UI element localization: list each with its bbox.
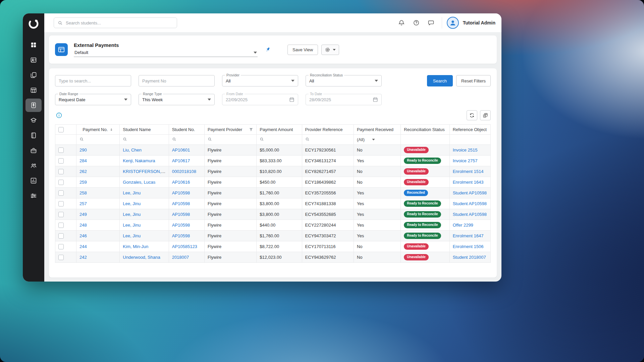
user-name[interactable]: Tutorial Admin <box>463 20 495 25</box>
col-header-amount[interactable]: Payment Amount <box>257 125 302 135</box>
row-checkbox[interactable] <box>58 233 64 239</box>
cell-link-student_name[interactable]: Lee, Jinu <box>123 233 141 238</box>
global-search[interactable] <box>54 17 177 28</box>
cell-link-ref_object[interactable]: Student AP10598 <box>453 201 487 206</box>
sidebar-item-tables[interactable] <box>25 83 42 97</box>
app-logo[interactable] <box>27 17 40 32</box>
cell-link-student_no[interactable]: AP10598 <box>172 223 190 228</box>
cell-link-ref_object[interactable]: Student AP10598 <box>453 190 487 195</box>
sidebar-item-chart[interactable] <box>25 174 42 187</box>
cell-link-payment_no[interactable]: 290 <box>79 147 87 153</box>
date-range-select[interactable]: Date Range Request Date <box>55 94 131 105</box>
filter-cell-payment_no[interactable] <box>76 135 120 145</box>
cell-link-student_name[interactable]: KRISTOFFERSON, Kris <box>123 169 169 174</box>
row-checkbox[interactable] <box>58 244 64 249</box>
chat-icon[interactable] <box>428 19 434 26</box>
cell-link-payment_no[interactable]: 246 <box>79 233 87 238</box>
cell-link-student_name[interactable]: Kenji, Nakamura <box>123 158 155 163</box>
payment-no-input[interactable] <box>139 75 215 86</box>
col-header-student_name[interactable]: Student Name <box>120 125 169 135</box>
to-date-field[interactable]: To Date 28/09/2025 <box>306 94 382 105</box>
filter-funnel-icon[interactable] <box>249 127 253 132</box>
cell-link-student_no[interactable]: AP10585123 <box>172 244 197 249</box>
cell-link-payment_no[interactable]: 284 <box>79 158 87 163</box>
sidebar-item-documents[interactable] <box>25 68 42 82</box>
sidebar-item-sliders[interactable] <box>25 189 42 202</box>
cell-link-student_no[interactable]: AP10601 <box>172 147 190 153</box>
row-checkbox[interactable] <box>58 201 64 206</box>
cell-link-student_no[interactable]: AP10598 <box>172 201 190 206</box>
reconciliation-status-select[interactable]: Reconciliation Status All <box>306 75 382 86</box>
cell-link-student_name[interactable]: Lee, Jinu <box>123 212 141 217</box>
filter-cell-provider_ref[interactable] <box>302 135 354 145</box>
row-checkbox[interactable] <box>58 223 64 228</box>
row-checkbox[interactable] <box>58 158 64 164</box>
refresh-button[interactable] <box>467 110 477 120</box>
filter-cell-amount[interactable] <box>257 135 302 145</box>
sidebar-item-book[interactable] <box>25 129 42 142</box>
cell-link-ref_object[interactable]: Student 2018007 <box>453 255 486 260</box>
cell-link-student_no[interactable]: AP10616 <box>172 180 190 185</box>
cell-link-ref_object[interactable]: Enrolment 1506 <box>453 244 484 249</box>
row-checkbox[interactable] <box>58 180 64 185</box>
search-button[interactable]: Search <box>427 75 453 86</box>
cell-link-student_no[interactable]: AP10617 <box>172 158 190 163</box>
col-header-payment_no[interactable]: Payment No. <box>76 125 120 135</box>
cell-link-student_no[interactable]: AP10598 <box>172 233 190 238</box>
cell-link-payment_no[interactable]: 262 <box>79 169 87 174</box>
sidebar-item-people[interactable] <box>25 159 42 172</box>
row-checkbox[interactable] <box>58 212 64 217</box>
info-icon[interactable] <box>56 112 62 119</box>
sidebar-item-education[interactable] <box>25 114 42 127</box>
col-header-ref_object[interactable]: Reference Object <box>449 125 490 135</box>
cell-link-payment_no[interactable]: 244 <box>79 244 87 249</box>
col-header-status[interactable]: Reconciliation Status <box>401 125 449 135</box>
reset-filters-button[interactable]: Reset Filters <box>456 75 491 86</box>
select-all-checkbox[interactable] <box>58 127 64 132</box>
column-chooser-button[interactable] <box>480 110 491 120</box>
filter-cell-received[interactable]: (All) <box>354 135 400 145</box>
view-selector[interactable]: Default <box>74 49 258 57</box>
cell-link-student_no[interactable]: 0002018108 <box>172 169 196 174</box>
cell-link-ref_object[interactable]: Enrolment 1647 <box>453 233 484 238</box>
filter-cell-provider[interactable] <box>204 135 256 145</box>
col-header-provider_ref[interactable]: Provider Reference <box>302 125 354 135</box>
search-input[interactable] <box>66 20 173 25</box>
col-header-received[interactable]: Payment Received <box>354 125 400 135</box>
cell-link-student_name[interactable]: Gonzales, Lucas <box>123 180 155 185</box>
cell-link-student_no[interactable]: 2018007 <box>172 255 189 260</box>
cell-link-ref_object[interactable]: Invoice 2757 <box>453 158 478 163</box>
sidebar-item-dashboard[interactable] <box>25 38 42 52</box>
filter-cell-student_no[interactable] <box>169 135 204 145</box>
cell-link-ref_object[interactable]: Enrolment 1514 <box>453 169 484 174</box>
sidebar-item-contacts[interactable] <box>25 53 42 67</box>
cell-link-student_name[interactable]: Underwood, Shana <box>123 255 160 260</box>
help-icon[interactable] <box>413 19 420 26</box>
col-header-provider[interactable]: Payment Provider <box>204 125 256 135</box>
cell-link-payment_no[interactable]: 249 <box>79 212 87 217</box>
pin-view-icon[interactable] <box>265 47 271 53</box>
keyword-search-input[interactable] <box>55 75 131 86</box>
cell-link-student_name[interactable]: Liu, Chen <box>123 147 142 153</box>
row-checkbox[interactable] <box>58 255 64 260</box>
row-checkbox[interactable] <box>58 190 64 196</box>
cell-link-student_name[interactable]: Kim, Min-Jun <box>123 244 148 249</box>
cell-link-student_name[interactable]: Lee, Jinu <box>123 190 141 195</box>
filter-cell-student_name[interactable] <box>120 135 169 145</box>
sidebar-item-payments[interactable] <box>25 99 42 112</box>
cell-link-ref_object[interactable]: Invoice 2515 <box>453 147 478 153</box>
cell-link-student_name[interactable]: Lee, Jinu <box>123 201 141 206</box>
row-checkbox[interactable] <box>58 169 64 174</box>
avatar[interactable] <box>447 17 459 29</box>
cell-link-ref_object[interactable]: Student AP10598 <box>453 212 487 217</box>
range-type-select[interactable]: Range Type This Week <box>139 94 215 105</box>
cell-link-payment_no[interactable]: 242 <box>79 255 87 260</box>
cell-link-student_no[interactable]: AP10598 <box>172 190 190 195</box>
provider-select[interactable]: Provider All <box>222 75 298 86</box>
col-header-student_no[interactable]: Student No. <box>169 125 204 135</box>
cell-link-payment_no[interactable]: 258 <box>79 190 87 195</box>
cell-link-student_no[interactable]: AP10598 <box>172 212 190 217</box>
cell-link-payment_no[interactable]: 248 <box>79 223 87 228</box>
cell-link-payment_no[interactable]: 257 <box>79 201 87 206</box>
row-checkbox[interactable] <box>58 147 64 153</box>
